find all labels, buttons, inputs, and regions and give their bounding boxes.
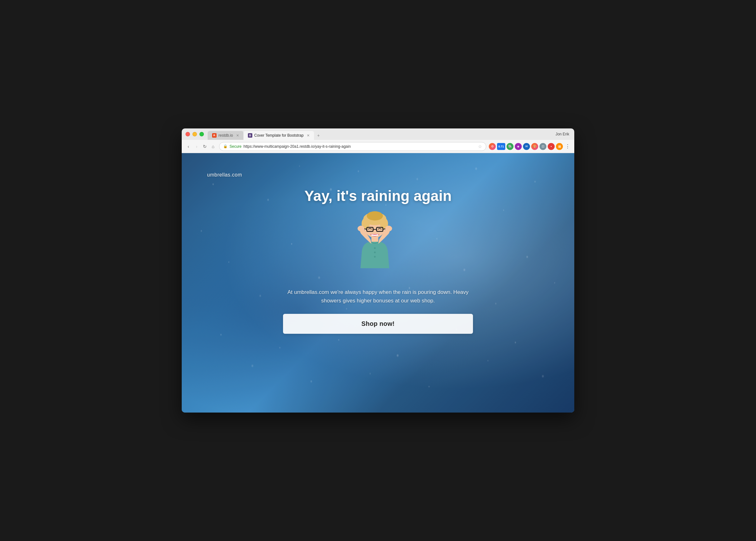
- browser-window: R restdb.io ✕ B Cover Template for Boots…: [182, 129, 574, 412]
- url-text: https://www-multicampaign-20a1.restdb.io…: [243, 144, 351, 149]
- person-svg: [343, 211, 406, 274]
- tab-bootstrap-close[interactable]: ✕: [307, 134, 310, 138]
- close-button[interactable]: [186, 132, 190, 136]
- address-bar: ‹ › ↻ ⌂ 🔒 Secure https://www-multicampai…: [182, 140, 574, 153]
- svg-point-12: [385, 226, 392, 231]
- forward-button[interactable]: ›: [193, 143, 200, 150]
- maximize-button[interactable]: [199, 132, 204, 136]
- tab-bootstrap[interactable]: B Cover Template for Bootstrap ✕: [243, 131, 314, 140]
- tab-restdb-label: restdb.io: [218, 133, 233, 138]
- svg-point-14: [374, 252, 375, 253]
- svg-rect-10: [371, 237, 378, 242]
- site-logo[interactable]: umbrellas.com: [207, 172, 242, 178]
- svg-point-13: [374, 247, 375, 249]
- ext-icon-1[interactable]: ⚙: [489, 143, 496, 150]
- bookmark-icon[interactable]: ☆: [478, 144, 482, 149]
- svg-point-11: [357, 226, 364, 231]
- traffic-lights: [186, 132, 204, 136]
- svg-point-15: [374, 256, 375, 258]
- user-name: Jon Erik: [556, 132, 569, 136]
- ext-icon-2[interactable]: 🐘: [507, 143, 513, 150]
- tab-restdb-close[interactable]: ✕: [236, 134, 239, 138]
- back-button[interactable]: ‹: [185, 143, 192, 150]
- minimize-button[interactable]: [192, 132, 197, 136]
- url-bar[interactable]: 🔒 Secure https://www-multicampaign-20a1.…: [219, 142, 486, 151]
- ext-icon-8[interactable]: ▦: [556, 143, 563, 150]
- ext-icon-3[interactable]: ◈: [515, 143, 522, 150]
- secure-icon: 🔒: [223, 144, 228, 148]
- restdb-favicon: R: [212, 133, 217, 138]
- secure-label: Secure: [230, 144, 242, 149]
- tab-restdb[interactable]: R restdb.io ✕: [208, 131, 243, 140]
- nav-buttons: ‹ › ↻ ⌂: [185, 143, 217, 150]
- page-inner: umbrellas.com Yay, it's raining again: [182, 153, 574, 412]
- toolbar-icons: ⚙ 0.71 🐘 ◈ ✉ 🎨 ⊡ ▪ ▦ ⋮: [489, 143, 571, 150]
- title-bar: R restdb.io ✕ B Cover Template for Boots…: [182, 129, 574, 140]
- hero-section: Yay, it's raining again: [182, 187, 574, 334]
- menu-button[interactable]: ⋮: [564, 143, 571, 150]
- ext-icon-4[interactable]: ✉: [523, 143, 530, 150]
- ext-badge[interactable]: 0.71: [497, 143, 505, 150]
- page-content: umbrellas.com Yay, it's raining again: [182, 153, 574, 412]
- svg-point-4: [367, 211, 383, 221]
- ext-icon-7[interactable]: ▪: [548, 143, 555, 150]
- hero-title: Yay, it's raining again: [304, 187, 451, 205]
- ext-icon-5[interactable]: 🎨: [531, 143, 538, 150]
- bootstrap-favicon: B: [248, 133, 252, 138]
- tab-bootstrap-label: Cover Template for Bootstrap: [254, 133, 304, 138]
- shop-now-button[interactable]: Shop now!: [283, 314, 473, 334]
- home-button[interactable]: ⌂: [210, 143, 217, 150]
- ext-icon-6[interactable]: ⊡: [539, 143, 546, 150]
- reload-button[interactable]: ↻: [201, 143, 208, 150]
- hero-description: At umbrellas.com we're always happy when…: [287, 288, 469, 305]
- new-tab-button[interactable]: +: [314, 131, 323, 140]
- tabs-area: R restdb.io ✕ B Cover Template for Boots…: [208, 129, 323, 140]
- person-illustration: [343, 211, 413, 280]
